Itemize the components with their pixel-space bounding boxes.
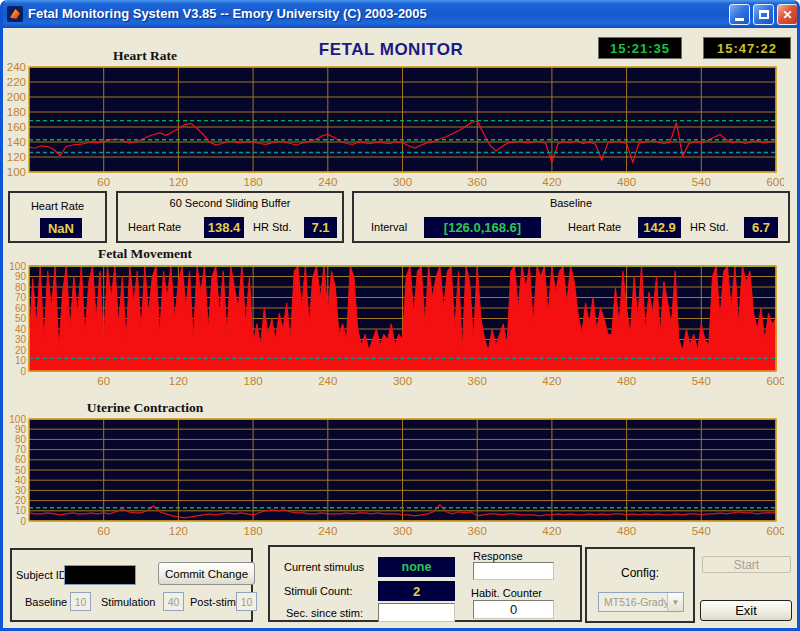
- baseline-panel: Baseline Interval [126.0,168.6] Heart Ra…: [352, 191, 790, 243]
- svg-text:420: 420: [542, 525, 561, 537]
- svg-text:60: 60: [15, 303, 27, 314]
- svg-text:480: 480: [617, 176, 636, 188]
- svg-text:30: 30: [15, 485, 27, 496]
- habit-counter-value: 0: [473, 600, 554, 619]
- stimulation-duration-label: Stimulation: [101, 596, 155, 608]
- minimize-button[interactable]: [729, 4, 750, 25]
- instant-heart-rate-label: Heart Rate: [10, 200, 105, 212]
- svg-text:10: 10: [15, 505, 27, 516]
- commit-change-button[interactable]: Commit Change: [158, 562, 255, 585]
- config-dropdown[interactable]: MT516-Grady ▼: [598, 592, 684, 612]
- svg-text:100: 100: [9, 261, 26, 272]
- svg-text:120: 120: [169, 176, 188, 188]
- baseline-interval-label: Interval: [371, 221, 407, 233]
- current-stimulus-value: none: [378, 557, 455, 577]
- stimuli-count-value: 2: [378, 581, 455, 601]
- svg-text:300: 300: [393, 176, 412, 188]
- svg-text:240: 240: [7, 62, 26, 73]
- baseline-hr-label: Heart Rate: [568, 221, 621, 233]
- svg-text:180: 180: [244, 375, 263, 387]
- elapsed-time-display: 15:21:35: [598, 37, 682, 59]
- svg-text:120: 120: [169, 375, 188, 387]
- svg-text:70: 70: [15, 444, 27, 455]
- svg-text:160: 160: [7, 121, 26, 133]
- svg-text:90: 90: [15, 271, 27, 282]
- window-title: Fetal Monitoring System V3.85 -- Emory U…: [28, 6, 427, 21]
- svg-text:60: 60: [15, 454, 27, 465]
- baseline-duration-label: Baseline: [25, 596, 67, 608]
- svg-text:300: 300: [393, 375, 412, 387]
- sliding-buffer-panel: 60 Second Sliding Buffer Heart Rate 138.…: [116, 191, 344, 243]
- svg-text:540: 540: [692, 375, 711, 387]
- svg-text:120: 120: [7, 151, 26, 163]
- start-button[interactable]: Start: [702, 556, 791, 573]
- config-dropdown-value: MT516-Grady: [599, 596, 667, 608]
- svg-text:40: 40: [15, 475, 27, 486]
- post-stim-label: Post-stim: [190, 596, 236, 608]
- wall-clock-display: 15:47:22: [703, 37, 791, 59]
- svg-text:100: 100: [7, 166, 26, 178]
- svg-text:90: 90: [15, 424, 27, 435]
- stimulation-duration-input[interactable]: 40: [163, 592, 184, 611]
- close-button[interactable]: ✕: [777, 4, 798, 25]
- config-label: Config:: [587, 566, 693, 580]
- subject-id-input[interactable]: [64, 565, 136, 585]
- close-icon: ✕: [782, 9, 792, 21]
- buffer-std-label: HR Std.: [253, 221, 292, 233]
- svg-text:600: 600: [766, 375, 784, 387]
- buffer-hr-value: 138.4: [204, 217, 244, 238]
- svg-text:80: 80: [15, 434, 27, 445]
- svg-text:360: 360: [468, 176, 487, 188]
- svg-text:0: 0: [20, 516, 26, 527]
- post-stim-input[interactable]: 10: [236, 592, 257, 611]
- svg-text:240: 240: [318, 525, 337, 537]
- subject-id-label: Subject ID: [16, 569, 67, 581]
- buffer-hr-label: Heart Rate: [128, 221, 181, 233]
- exit-button[interactable]: Exit: [700, 600, 792, 621]
- chevron-down-icon[interactable]: ▼: [667, 593, 683, 611]
- sec-since-stim-label: Sec. since stim:: [286, 607, 363, 619]
- svg-text:600: 600: [766, 176, 784, 188]
- svg-text:50: 50: [15, 465, 27, 476]
- svg-text:540: 540: [692, 176, 711, 188]
- svg-text:30: 30: [15, 334, 27, 345]
- svg-text:300: 300: [393, 525, 412, 537]
- response-value: [473, 562, 554, 580]
- svg-text:220: 220: [7, 76, 26, 88]
- titlebar[interactable]: Fetal Monitoring System V3.85 -- Emory U…: [0, 0, 800, 28]
- maximize-button[interactable]: [753, 4, 774, 25]
- sliding-buffer-title: 60 Second Sliding Buffer: [118, 197, 342, 209]
- svg-text:60: 60: [97, 525, 110, 537]
- svg-text:180: 180: [244, 525, 263, 537]
- subject-panel: Subject ID Commit Change Baseline 10 Sti…: [10, 548, 253, 622]
- svg-text:480: 480: [617, 375, 636, 387]
- svg-text:180: 180: [244, 176, 263, 188]
- baseline-std-label: HR Std.: [690, 221, 729, 233]
- svg-text:180: 180: [7, 106, 26, 118]
- baseline-interval-value: [126.0,168.6]: [424, 217, 541, 238]
- baseline-title: Baseline: [354, 197, 788, 209]
- svg-text:480: 480: [617, 525, 636, 537]
- heart-rate-chart: 1001201401601802002202406012018024030036…: [0, 62, 784, 188]
- svg-text:600: 600: [766, 525, 784, 537]
- svg-text:140: 140: [7, 136, 26, 148]
- app-window: Fetal Monitoring System V3.85 -- Emory U…: [0, 0, 800, 631]
- instant-heart-rate-value: NaN: [40, 218, 82, 238]
- instant-heart-rate-panel: Heart Rate NaN: [8, 191, 107, 243]
- svg-text:420: 420: [542, 375, 561, 387]
- svg-text:360: 360: [468, 525, 487, 537]
- svg-text:10: 10: [15, 355, 27, 366]
- svg-text:0: 0: [20, 366, 26, 377]
- svg-text:40: 40: [15, 324, 27, 335]
- svg-text:100: 100: [9, 414, 26, 425]
- stimuli-count-label: Stimuli Count:: [284, 585, 352, 597]
- svg-text:60: 60: [97, 176, 110, 188]
- svg-text:70: 70: [15, 292, 27, 303]
- svg-text:20: 20: [15, 345, 27, 356]
- page-title: FETAL MONITOR: [285, 40, 497, 60]
- baseline-duration-input[interactable]: 10: [70, 592, 91, 611]
- svg-text:120: 120: [169, 525, 188, 537]
- app-icon: [7, 6, 23, 22]
- maximize-icon: [759, 10, 769, 19]
- baseline-std-value: 6.7: [744, 217, 778, 238]
